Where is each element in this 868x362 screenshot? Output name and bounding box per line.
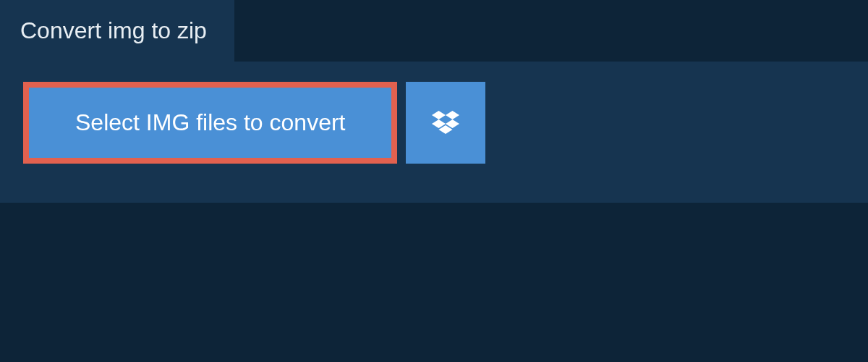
select-files-label: Select IMG files to convert bbox=[75, 109, 345, 136]
dropbox-icon bbox=[432, 111, 459, 135]
tab-label: Convert img to zip bbox=[20, 17, 207, 43]
select-files-button[interactable]: Select IMG files to convert bbox=[23, 82, 397, 164]
tab-convert[interactable]: Convert img to zip bbox=[0, 0, 234, 62]
dropbox-button[interactable] bbox=[406, 82, 485, 164]
svg-marker-1 bbox=[446, 111, 459, 119]
svg-marker-0 bbox=[432, 111, 446, 119]
button-row: Select IMG files to convert bbox=[23, 82, 845, 164]
content-panel: Select IMG files to convert bbox=[0, 62, 868, 203]
